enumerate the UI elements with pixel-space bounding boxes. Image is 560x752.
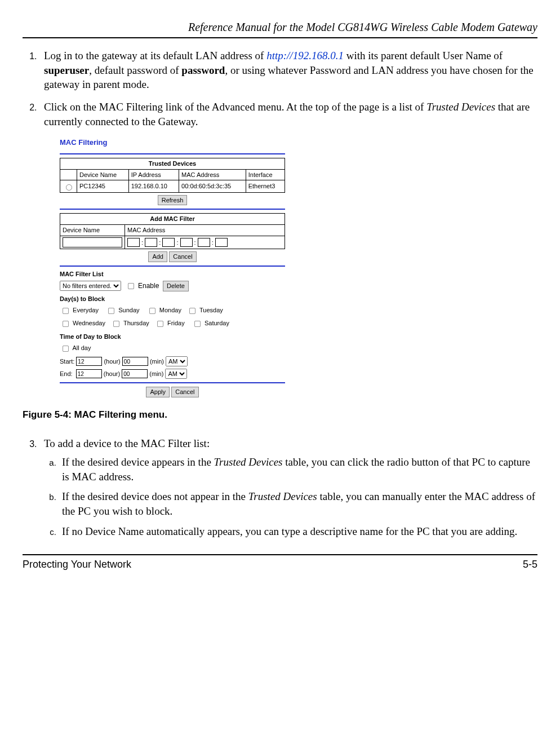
cell-mac: 00:0d:60:5d:3c:35 <box>179 180 246 192</box>
text: with its parent default User Name of <box>344 50 503 61</box>
lbl-min-2: (min) <box>149 370 163 377</box>
device-name-input[interactable] <box>63 237 122 247</box>
lbl-end: End: <box>60 370 73 377</box>
step-3c: If no Device Name automatically appears,… <box>59 524 537 539</box>
lbl-thursday: Thursday <box>123 320 149 326</box>
mac-input-6[interactable] <box>215 238 228 247</box>
divider <box>60 209 285 210</box>
cb-tuesday[interactable] <box>189 308 195 314</box>
cancel-button-2[interactable]: Cancel <box>171 387 198 397</box>
cb-everyday[interactable] <box>63 308 69 314</box>
lbl-sunday: Sunday <box>118 307 139 313</box>
text: If no Device Name automatically appears,… <box>62 525 517 537</box>
footer-rule <box>23 554 537 555</box>
figure-caption: Figure 5-4: MAC Filtering menu. <box>23 409 537 422</box>
text: To add a device to the MAC Filter list: <box>44 437 210 449</box>
table-row: PC12345 192.168.0.10 00:0d:60:5d:3c:35 E… <box>60 180 285 192</box>
lbl-allday: All day <box>72 344 91 351</box>
cb-monday[interactable] <box>149 308 155 314</box>
cancel-button[interactable]: Cancel <box>169 251 196 262</box>
cell-name: PC12345 <box>77 180 129 192</box>
step-3: To add a device to the MAC Filter list: … <box>39 436 537 539</box>
lbl-tuesday: Tuesday <box>199 307 223 313</box>
end-ampm-select[interactable]: AM <box>165 369 187 379</box>
step-1: Log in to the gateway at its default LAN… <box>39 48 537 92</box>
lbl-monday: Monday <box>159 307 181 313</box>
start-min-input[interactable] <box>122 357 148 366</box>
lbl-friday: Friday <box>167 320 185 326</box>
cb-friday[interactable] <box>157 321 163 327</box>
start-ampm-select[interactable]: AM <box>166 356 188 366</box>
trusted-devices-header: Trusted Devices <box>60 158 285 169</box>
step-2: Click on the MAC Filtering link of the A… <box>39 100 537 397</box>
lbl-start: Start: <box>60 358 74 365</box>
text: Log in to the gateway at its default LAN… <box>44 50 266 61</box>
italic: Trusted Devices <box>248 490 317 502</box>
trusted-devices-table: Trusted Devices Device Name IP Address M… <box>60 158 285 193</box>
lbl-min: (min) <box>150 358 164 365</box>
add-button[interactable]: Add <box>148 251 167 262</box>
filter-list-select[interactable]: No filters entered. <box>60 281 121 291</box>
divider <box>60 382 285 383</box>
page-header: Reference Manual for the Model CG814WG W… <box>23 20 537 35</box>
cell-ip: 192.168.0.10 <box>128 180 179 192</box>
mac-input-3[interactable] <box>162 238 175 247</box>
col-device-name: Device Name <box>77 169 129 180</box>
username-bold: superuser <box>44 64 89 76</box>
add-mac-filter-table: Add MAC Filter Device Name MAC Address :… <box>60 213 285 249</box>
screenshot-title: MAC Filtering <box>60 138 285 148</box>
steps-list: Log in to the gateway at its default LAN… <box>23 48 537 397</box>
add-filter-header: Add MAC Filter <box>60 214 285 225</box>
header-rule <box>23 37 537 38</box>
mac-input-5[interactable] <box>198 238 210 247</box>
mac-input-2[interactable] <box>145 238 157 247</box>
cell-iface: Ethernet3 <box>246 180 285 192</box>
col-ip: IP Address <box>128 169 179 180</box>
lbl-everyday: Everyday <box>73 307 99 313</box>
col-device-name-2: Device Name <box>60 225 125 236</box>
refresh-button[interactable]: Refresh <box>158 195 188 206</box>
lbl-wednesday: Wednesday <box>73 320 105 326</box>
lbl-hour-2: (hour) <box>104 370 120 377</box>
device-radio[interactable] <box>66 184 72 191</box>
italic: Trusted Devices <box>214 456 283 468</box>
trusted-devices-italic: Trusted Devices <box>426 101 495 113</box>
cb-wednesday[interactable] <box>63 321 69 327</box>
lan-address-link[interactable]: http://192.168.0.1 <box>266 50 344 61</box>
divider <box>60 266 285 267</box>
mac-input-1[interactable] <box>127 238 140 247</box>
cb-thursday[interactable] <box>113 321 119 327</box>
end-hour-input[interactable] <box>76 369 102 378</box>
mac-input-4[interactable] <box>180 238 193 247</box>
enable-label: Enable <box>138 282 159 290</box>
cb-saturday[interactable] <box>194 321 201 327</box>
divider <box>60 153 285 154</box>
step-3b: If the desired device does not appear in… <box>59 489 537 518</box>
end-min-input[interactable] <box>122 369 148 378</box>
start-hour-input[interactable] <box>76 357 102 366</box>
filter-list-title: MAC Filter List <box>60 270 285 278</box>
footer-left: Protecting Your Network <box>23 558 131 571</box>
col-interface: Interface <box>246 169 285 180</box>
col-mac-2: MAC Address <box>125 225 285 236</box>
cb-allday[interactable] <box>63 346 69 352</box>
mac-filtering-screenshot: MAC Filtering Trusted Devices Device Nam… <box>60 138 285 397</box>
lbl-saturday: Saturday <box>205 320 229 326</box>
page-footer: Protecting Your Network 5-5 <box>23 558 537 571</box>
days-title: Day(s) to Block <box>60 295 285 303</box>
text: If the desired device appears in the <box>62 456 214 468</box>
password-bold: password <box>181 64 225 76</box>
lbl-hour: (hour) <box>104 358 120 365</box>
footer-right: 5-5 <box>523 558 537 571</box>
steps-list-cont: To add a device to the MAC Filter list: … <box>23 436 537 539</box>
step-3-sublist: If the desired device appears in the Tru… <box>44 455 537 538</box>
delete-button[interactable]: Delete <box>163 281 189 291</box>
time-title: Time of Day to Block <box>60 333 285 341</box>
apply-button[interactable]: Apply <box>146 387 170 397</box>
cb-sunday[interactable] <box>108 308 114 314</box>
step-3a: If the desired device appears in the Tru… <box>59 455 537 484</box>
text: Click on the MAC Filtering link of the A… <box>44 101 426 113</box>
text: , default password of <box>89 64 181 76</box>
col-mac: MAC Address <box>179 169 246 180</box>
enable-checkbox[interactable] <box>128 283 134 289</box>
